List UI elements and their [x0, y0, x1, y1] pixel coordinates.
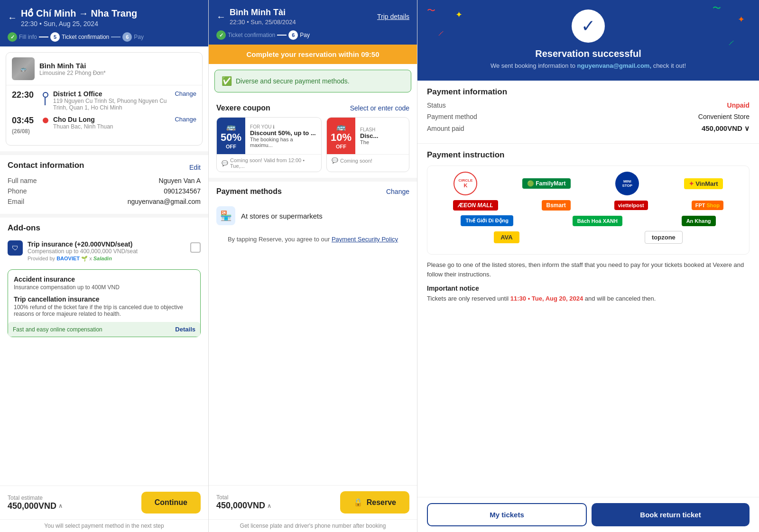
coupon-title: Vexere coupon: [216, 104, 270, 112]
reserve-notice: By tapping Reserve, you agree to our: [228, 236, 330, 243]
pm-change-link[interactable]: Change: [386, 188, 409, 195]
total-bar: Total estimate 450,000VND ∧ Continue: [0, 486, 208, 519]
s2-total-amount: 450,000VND ∧: [216, 501, 271, 511]
step-pay-circle: 6: [122, 32, 132, 42]
reserve-label: Reserve: [367, 498, 396, 507]
amount-value: 450,000VND ∨: [702, 124, 750, 133]
bachhoaxanh-text: Bách Hoá XANH: [577, 218, 618, 224]
arrival-dot: [43, 118, 48, 123]
step-ticket-confirm-circle: 5: [50, 32, 60, 42]
coupon-off-50: OFF: [226, 144, 236, 149]
ava-logo: AVA: [494, 231, 519, 243]
s2-step-pay-circle: 6: [288, 30, 298, 40]
reserve-button[interactable]: 🔒 Reserve: [340, 491, 409, 514]
s2-back-icon[interactable]: ←: [216, 11, 226, 22]
back-icon[interactable]: ←: [8, 12, 17, 23]
s2-route-title: Bình Minh Tài: [230, 8, 296, 18]
trip-details-link[interactable]: Trip details: [377, 13, 409, 20]
coupon-note-50: The booking has a maximu...: [250, 137, 316, 148]
thegioidong-logo: Thế Giới Di Động: [461, 215, 513, 226]
aeon-text: ÆEON MALL: [458, 202, 493, 209]
coupon-card-10[interactable]: 🚌 10% OFF FLASH Disc... The 💬: [326, 117, 409, 172]
step-fill-info-circle: ✓: [8, 32, 17, 42]
step-pay-label: Pay: [134, 34, 144, 40]
vinmart-star: ✦: [689, 180, 694, 187]
step-line-1: [39, 37, 48, 37]
my-tickets-button[interactable]: My tickets: [427, 503, 587, 526]
subtitle-post: check it out!: [651, 62, 686, 69]
departure-change[interactable]: Change: [175, 90, 196, 97]
s2-chevron-up-icon[interactable]: ∧: [267, 503, 271, 509]
pm-item-store: 🏪 At stores or supermarkets: [216, 202, 409, 230]
phone-label: Phone: [8, 187, 27, 195]
bachhoaxanh-logo: Bách Hoá XANH: [573, 216, 622, 226]
for-you-tag: FOR YOU ℹ: [250, 124, 316, 129]
coupon-left-50: 🚌 50% OFF: [217, 118, 245, 154]
continue-button[interactable]: Continue: [141, 492, 201, 514]
coupon-left-10: 🚌 10% OFF: [327, 118, 355, 154]
shop-text: Shop: [707, 202, 720, 208]
coupon-desc-10: Disc...: [360, 132, 404, 139]
phone-value: 0901234567: [164, 187, 201, 195]
screen2-header: ← Bình Minh Tài 22:30 • Sun, 25/08/2024 …: [209, 0, 417, 45]
step-line-2: [111, 37, 120, 37]
lock-icon: 🔒: [353, 498, 363, 507]
ministop-stop: STOP: [622, 183, 633, 188]
arrival-info: Cho Du Long Thuan Bac, Ninh Thuan: [53, 116, 170, 130]
bottom-bar-s1: Total estimate 450,000VND ∧ Continue You…: [0, 486, 208, 532]
fullname-row: Full name Nguyen Van A: [8, 177, 201, 184]
payment-info-section: Payment information Status Unpaid Paymen…: [417, 81, 759, 144]
notice-time: 11:30 • Tue, Aug 20, 2024: [510, 295, 583, 302]
accident-insurance-desc: Insurance compensation up to 400M VND: [14, 284, 194, 291]
route-datetime: 22:30 • Sun, Aug 25, 2024: [21, 20, 137, 28]
vinmart-logo: ✦ VinMart: [684, 178, 722, 189]
store-icon: 🏪: [216, 206, 235, 225]
coupon-validity-10: Coming soon!: [340, 158, 372, 164]
departure-dot: [43, 92, 48, 98]
notice-text: Tickets are only reserved until 11:30 • …: [427, 294, 750, 303]
status-label: Status: [427, 101, 446, 109]
coupon-right-10: FLASH Disc... The: [355, 123, 409, 149]
notice-post: and will be canceled then.: [583, 295, 656, 302]
policy-text: By tapping Reserve, you agree to our Pay…: [216, 230, 409, 248]
edit-link[interactable]: Edit: [189, 164, 201, 171]
checkmark-icon: ✓: [581, 16, 595, 36]
payment-notice-text: Diverse and secure payment methods.: [236, 77, 350, 85]
s2-step-confirm-circle: ✓: [216, 30, 226, 40]
accident-insurance-title: Accident insurance: [14, 275, 194, 283]
insurance-title: Trip insurance (+20.000VND/seat): [28, 240, 185, 248]
ticket-card: 🚌 Bình Minh Tài Limousine 22 Phòng Đơn* …: [6, 52, 203, 146]
s2-step-pay: 6 Pay: [288, 30, 310, 40]
details-link[interactable]: Details: [175, 326, 195, 333]
ministop-logo: MINI STOP: [615, 172, 639, 195]
arrival-change[interactable]: Change: [175, 116, 196, 123]
arrival-row: 03:45 (26/08) Cho Du Long Thuan Bac, Nin…: [12, 116, 196, 136]
arrival-date: (26/08): [12, 128, 30, 135]
bus-type: Limousine 22 Phòng Đơn*: [39, 70, 106, 76]
select-code-link[interactable]: Select or enter code: [350, 104, 409, 112]
s2-total-bar: Total 450,000VND ∧ 🔒 Reserve: [209, 485, 417, 519]
policy-link[interactable]: Payment Security Policy: [332, 236, 398, 243]
s2-step-line: [277, 35, 287, 36]
insurance-text: Trip insurance (+20.000VND/seat) Compens…: [28, 240, 185, 262]
coupon-card-50[interactable]: 🚌 50% OFF FOR YOU ℹ Discount 50%, up to …: [216, 117, 322, 172]
addons-title: Add-ons: [8, 223, 201, 233]
vinmart-text: VinMart: [695, 180, 718, 187]
contact-header-row: Contact information Edit: [8, 161, 201, 174]
insurance-checkbox[interactable]: [190, 242, 201, 253]
important-notice-title: Important notice: [427, 284, 750, 292]
ankhang-text: An Khang: [686, 218, 711, 224]
coupon-bus-icon: 🚌: [226, 122, 236, 131]
book-return-button[interactable]: Book return ticket: [592, 503, 750, 526]
notice-pre: Tickets are only reserved until: [427, 295, 510, 302]
coupon-right-50: FOR YOU ℹ Discount 50%, up to ... The bo…: [245, 120, 321, 152]
amount-label: Amount paid: [427, 125, 464, 132]
confetti3: 〜: [713, 2, 721, 14]
method-value: Convenient Store: [698, 113, 750, 120]
ticket-header: 🚌 Bình Minh Tài Limousine 22 Phòng Đơn*: [6, 53, 202, 85]
s3-bottom-bar: My tickets Book return ticket: [417, 497, 759, 532]
countdown-bar: Complete your reservation within 09:50: [209, 45, 417, 64]
fullname-value: Nguyen Van A: [159, 177, 201, 184]
chevron-up-icon[interactable]: ∧: [58, 503, 63, 509]
topzone-text: topzone: [652, 234, 676, 241]
